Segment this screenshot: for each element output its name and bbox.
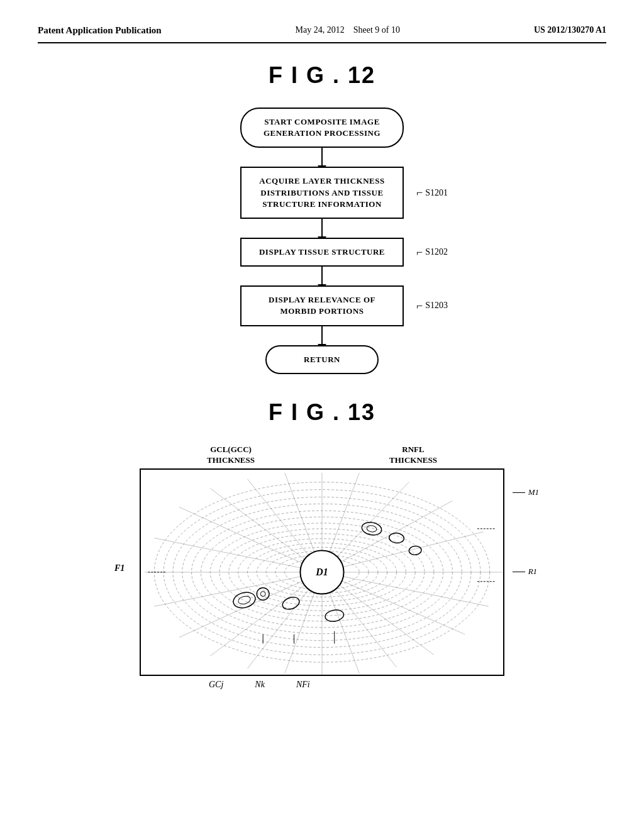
nfi-label: NFi [296, 680, 310, 690]
rnfl-label: RNFLTHICKNESS [389, 445, 437, 466]
fig13-bottom-labels: GCj Nk NFi [133, 680, 511, 690]
arrow-1 [321, 148, 323, 167]
right-labels: M1 R1 [513, 487, 539, 577]
s1203-box: DISPLAY RELEVANCE OFMORBID PORTIONS [240, 285, 404, 326]
s1202-row: DISPLAY TISSUE STRUCTURE ⌐ S1202 [165, 238, 479, 267]
gcj-label: GCj [209, 680, 223, 690]
fig13-container: GCL(GCC)THICKNESS RNFLTHICKNESS F1 M1 R1 [102, 445, 542, 690]
return-row: RETURN [165, 345, 479, 374]
fig13-top-labels: GCL(GCC)THICKNESS RNFLTHICKNESS [102, 445, 542, 466]
start-box: START COMPOSITE IMAGEGENERATION PROCESSI… [240, 108, 404, 148]
f1-label: F1 [114, 563, 125, 573]
fig12-title: F I G . 12 [38, 62, 606, 89]
page: Patent Application Publication May 24, 2… [0, 0, 644, 830]
s1201-row: ACQUIRE LAYER THICKNESSDISTRIBUTIONS AND… [165, 167, 479, 219]
fig13-title: F I G . 13 [38, 399, 606, 426]
header-date: May 24, 2012 [296, 25, 345, 35]
s1203-row: DISPLAY RELEVANCE OFMORBID PORTIONS ⌐ S1… [165, 285, 479, 326]
s1201-label: ⌐ S1201 [416, 186, 448, 199]
flowchart: START COMPOSITE IMAGEGENERATION PROCESSI… [165, 108, 479, 374]
page-header: Patent Application Publication May 24, 2… [38, 25, 606, 43]
s1201-box: ACQUIRE LAYER THICKNESSDISTRIBUTIONS AND… [240, 167, 404, 219]
svg-text:D1: D1 [315, 567, 328, 577]
start-row: START COMPOSITE IMAGEGENERATION PROCESSI… [165, 108, 479, 148]
header-center: May 24, 2012 Sheet 9 of 10 [296, 25, 400, 35]
gcl-label: GCL(GCC)THICKNESS [207, 445, 255, 466]
arrow-4 [321, 326, 323, 345]
header-left: Patent Application Publication [38, 25, 162, 36]
fig13-image: D1 [140, 468, 504, 676]
arrow-2 [321, 219, 323, 238]
return-box: RETURN [265, 345, 379, 374]
s1203-label: ⌐ S1203 [416, 299, 448, 313]
s1202-label: ⌐ S1202 [416, 246, 448, 259]
header-sheet: Sheet 9 of 10 [353, 25, 400, 35]
m1-label: M1 [513, 487, 539, 497]
contour-svg: D1 [141, 470, 503, 675]
header-right: US 2012/130270 A1 [534, 25, 606, 35]
s1202-box: DISPLAY TISSUE STRUCTURE [240, 238, 404, 267]
fig13-image-wrapper: F1 M1 R1 [133, 468, 511, 690]
arrow-3 [321, 267, 323, 285]
nk-label: Nk [255, 680, 265, 690]
r1-label: R1 [513, 567, 539, 577]
